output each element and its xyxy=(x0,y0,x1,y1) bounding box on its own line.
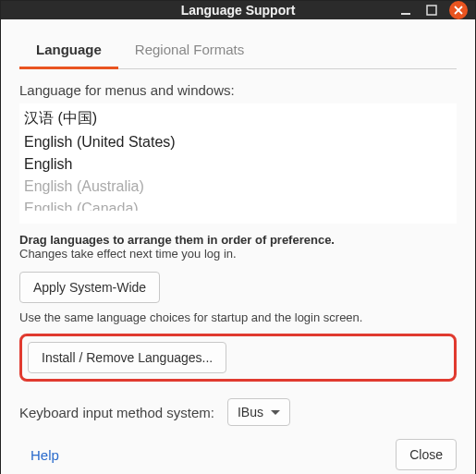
apply-system-wide-button[interactable]: Apply System-Wide xyxy=(19,272,160,303)
install-remove-languages-button[interactable]: Install / Remove Languages... xyxy=(28,342,226,373)
window-controls xyxy=(397,1,468,19)
list-item[interactable]: English (Canada) xyxy=(20,198,456,211)
svg-rect-1 xyxy=(427,6,436,15)
tab-bar: Language Regional Formats xyxy=(19,32,457,69)
svg-rect-0 xyxy=(401,13,410,15)
minimize-button[interactable] xyxy=(397,2,414,18)
close-window-button[interactable] xyxy=(449,1,468,19)
language-list[interactable]: 汉语 (中国) English (United States) English … xyxy=(19,103,457,224)
maximize-icon xyxy=(426,5,437,16)
list-item[interactable]: 汉语 (中国) xyxy=(20,106,456,131)
list-item[interactable]: English (Australia) xyxy=(20,176,456,198)
list-item[interactable]: English xyxy=(20,153,456,176)
drag-hint: Drag languages to arrange them in order … xyxy=(19,233,457,247)
highlight-annotation: Install / Remove Languages... xyxy=(19,334,457,382)
language-support-window: Language Support Language Regional Forma… xyxy=(0,0,476,474)
tab-language[interactable]: Language xyxy=(19,32,118,69)
content-area: Language Regional Formats Language for m… xyxy=(1,19,475,474)
tab-regional-formats[interactable]: Regional Formats xyxy=(118,32,261,68)
titlebar: Language Support xyxy=(1,1,475,19)
maximize-button[interactable] xyxy=(423,2,440,18)
chevron-down-icon xyxy=(271,410,280,415)
list-item[interactable]: English (United States) xyxy=(20,131,456,153)
input-method-combo[interactable]: IBus xyxy=(227,398,290,426)
close-icon xyxy=(454,6,463,15)
minimize-icon xyxy=(400,5,411,16)
same-choices-label: Use the same language choices for startu… xyxy=(19,310,457,324)
close-button[interactable]: Close xyxy=(396,439,457,470)
keyboard-input-label: Keyboard input method system: xyxy=(19,405,214,420)
menus-windows-label: Language for menus and windows: xyxy=(19,82,457,98)
input-method-value: IBus xyxy=(238,405,263,419)
footer: Help Close xyxy=(19,426,457,474)
help-link[interactable]: Help xyxy=(19,447,59,463)
effect-hint: Changes take effect next time you log in… xyxy=(19,247,457,261)
